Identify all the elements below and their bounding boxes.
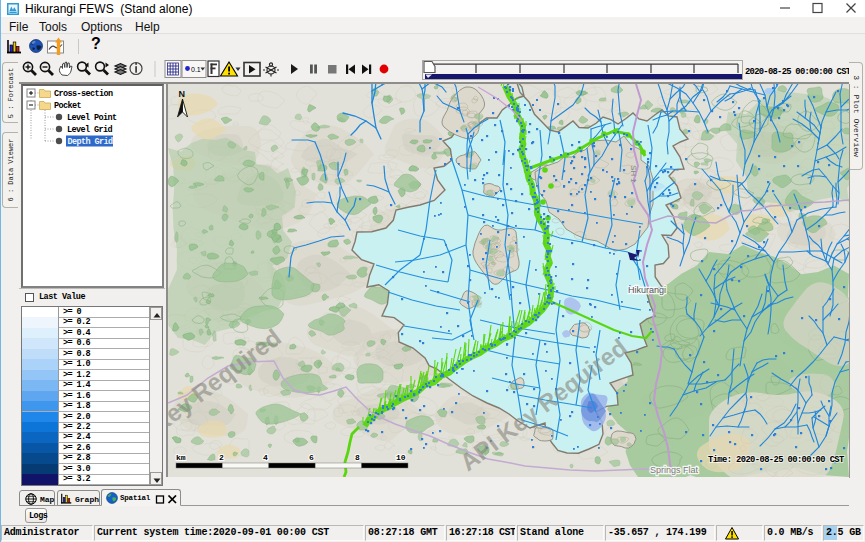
svg-text:Springs Flat: Springs Flat <box>650 465 699 475</box>
svg-text:Depth Grid: Depth Grid <box>68 137 114 147</box>
svg-text:Pocket: Pocket <box>54 101 82 111</box>
svg-text:2: 2 <box>219 453 224 462</box>
svg-text:km: km <box>176 453 186 462</box>
svg-text:2020-08-25 00:00:00 CST: 2020-08-25 00:00:00 CST <box>745 67 849 77</box>
svg-text:N: N <box>179 89 186 99</box>
svg-text:Time: 2020-08-25 00:00:00 CST: Time: 2020-08-25 00:00:00 CST <box>708 455 845 465</box>
svg-text:Level Point: Level Point <box>67 113 117 123</box>
svg-text:10: 10 <box>396 453 406 462</box>
svg-text:Level Grid: Level Grid <box>67 125 113 135</box>
svg-text:Cross-section: Cross-section <box>54 89 113 99</box>
svg-text:SH 1: SH 1 <box>629 165 638 183</box>
svg-text:6: 6 <box>309 453 314 462</box>
svg-text:4: 4 <box>263 453 268 462</box>
svg-text:0.1: 0.1 <box>191 66 201 73</box>
svg-text:8: 8 <box>355 453 360 462</box>
svg-text:Hikurangi: Hikurangi <box>628 285 666 295</box>
